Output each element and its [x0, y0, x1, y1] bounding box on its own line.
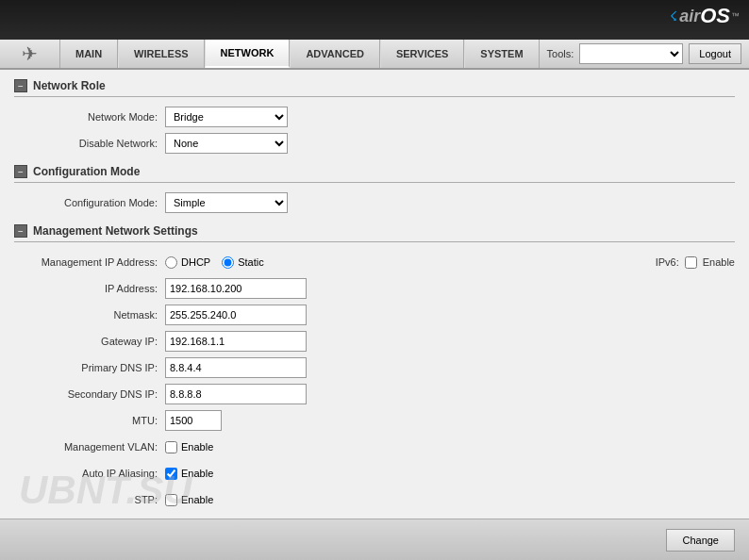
navbar: ✈ MAIN WIRELESS NETWORK ADVANCED SERVICE… — [0, 40, 749, 70]
network-mode-control: Bridge Router — [165, 107, 288, 127]
logout-button[interactable]: Logout — [689, 43, 741, 64]
network-role-title: Network Role — [33, 79, 106, 92]
tab-network[interactable]: NETWORK — [205, 40, 291, 68]
gateway-row: Gateway IP: — [14, 331, 735, 352]
mgmt-ip-row: Management IP Address: DHCP Static IPv6:… — [14, 252, 735, 272]
mtu-input[interactable] — [165, 410, 222, 431]
config-mode-label: Configuration Mode: — [14, 197, 165, 208]
stp-checkbox[interactable] — [165, 494, 177, 506]
mtu-row: MTU: — [14, 410, 735, 431]
nav-tools: Tools: Logout — [540, 40, 749, 68]
wifi-icon: ☇ — [670, 8, 677, 24]
config-mode-row: Configuration Mode: Simple Advanced — [14, 192, 735, 213]
disable-network-control: None All — [165, 133, 288, 154]
nav-brand-icon: ✈ — [22, 42, 38, 65]
tab-system[interactable]: SYSTEM — [464, 40, 539, 68]
auto-ip-row: Auto IP Aliasing: Enable — [14, 463, 735, 484]
network-mode-row: Network Mode: Bridge Router — [14, 107, 735, 127]
network-role-section: − Network Role Network Mode: Bridge Rout… — [14, 79, 735, 154]
main-content: − Network Role Network Mode: Bridge Rout… — [0, 70, 749, 560]
ip-address-control — [165, 278, 307, 299]
management-network-header: − Management Network Settings — [14, 224, 735, 242]
auto-ip-checkbox[interactable] — [165, 468, 177, 480]
secondary-dns-label: Secondary DNS IP: — [14, 388, 165, 400]
secondary-dns-control — [165, 384, 307, 404]
netmask-row: Netmask: — [14, 305, 735, 325]
header: ☇ airOS ™ — [0, 0, 749, 40]
config-mode-select[interactable]: Simple Advanced — [165, 192, 288, 213]
mgmt-ip-control: DHCP Static — [165, 256, 264, 269]
configuration-mode-title: Configuration Mode — [33, 165, 140, 178]
network-role-header: − Network Role — [14, 79, 735, 97]
mgmt-vlan-label: Management VLAN: — [14, 441, 165, 453]
stp-checkbox-label[interactable]: Enable — [165, 494, 213, 506]
tab-advanced[interactable]: ADVANCED — [290, 40, 380, 68]
network-mode-label: Network Mode: — [14, 111, 165, 123]
disable-network-row: Disable Network: None All — [14, 133, 735, 154]
stp-control: Enable — [165, 494, 213, 506]
configuration-mode-toggle[interactable]: − — [14, 165, 27, 178]
nav-tabs: MAIN WIRELESS NETWORK ADVANCED SERVICES … — [60, 40, 540, 68]
logo: ☇ airOS ™ — [670, 4, 740, 28]
secondary-dns-input[interactable] — [165, 384, 307, 404]
mgmt-ip-label: Management IP Address: — [14, 256, 165, 268]
mgmt-ip-radio-group: DHCP Static — [165, 256, 264, 269]
network-role-toggle[interactable]: − — [14, 79, 27, 92]
dhcp-radio[interactable] — [165, 256, 177, 269]
dhcp-radio-label[interactable]: DHCP — [165, 256, 210, 269]
gateway-input[interactable] — [165, 331, 307, 352]
primary-dns-input[interactable] — [165, 357, 307, 378]
logo-air: air — [679, 7, 700, 26]
nav-logo-area: ✈ — [0, 40, 60, 68]
static-radio[interactable] — [222, 256, 234, 269]
tab-services[interactable]: SERVICES — [380, 40, 464, 68]
configuration-mode-section: − Configuration Mode Configuration Mode:… — [14, 165, 735, 213]
dhcp-label: DHCP — [181, 256, 210, 268]
stp-enable-label: Enable — [181, 494, 213, 505]
auto-ip-control: Enable — [165, 468, 213, 480]
ip-address-label: IP Address: — [14, 283, 165, 294]
auto-ip-checkbox-label[interactable]: Enable — [165, 468, 213, 480]
mgmt-vlan-enable-label: Enable — [181, 441, 213, 453]
tools-select[interactable] — [579, 43, 683, 64]
bottom-bar: Change — [0, 519, 749, 560]
ipv6-label: IPv6: — [656, 256, 679, 268]
ip-address-row: IP Address: — [14, 278, 735, 299]
mtu-control — [165, 410, 222, 431]
disable-network-select[interactable]: None All — [165, 133, 288, 154]
ip-address-input[interactable] — [165, 278, 307, 299]
auto-ip-enable-label: Enable — [181, 468, 213, 479]
primary-dns-label: Primary DNS IP: — [14, 362, 165, 373]
primary-dns-control — [165, 357, 307, 378]
tools-label: Tools: — [547, 48, 574, 59]
stp-row: STP: Enable — [14, 489, 735, 510]
mgmt-vlan-checkbox[interactable] — [165, 441, 177, 453]
configuration-mode-header: − Configuration Mode — [14, 165, 735, 183]
auto-ip-label: Auto IP Aliasing: — [14, 468, 165, 479]
gateway-control — [165, 331, 307, 352]
gateway-label: Gateway IP: — [14, 336, 165, 347]
primary-dns-row: Primary DNS IP: — [14, 357, 735, 378]
management-network-section: − Management Network Settings Management… — [14, 224, 735, 510]
network-mode-select[interactable]: Bridge Router — [165, 107, 288, 127]
ipv6-checkbox[interactable] — [685, 256, 697, 269]
trademark: ™ — [731, 11, 740, 21]
netmask-label: Netmask: — [14, 309, 165, 321]
mgmt-vlan-checkbox-label[interactable]: Enable — [165, 441, 213, 453]
static-label: Static — [238, 256, 264, 268]
netmask-control — [165, 305, 307, 325]
secondary-dns-row: Secondary DNS IP: — [14, 384, 735, 404]
netmask-input[interactable] — [165, 305, 307, 325]
change-button[interactable]: Change — [666, 529, 735, 552]
config-mode-control: Simple Advanced — [165, 192, 288, 213]
management-network-title: Management Network Settings — [33, 224, 198, 238]
stp-label: STP: — [14, 494, 165, 505]
disable-network-label: Disable Network: — [14, 138, 165, 149]
ipv6-area: IPv6: Enable — [656, 256, 735, 269]
mtu-label: MTU: — [14, 415, 165, 426]
management-network-toggle[interactable]: − — [14, 224, 27, 238]
tab-wireless[interactable]: WIRELESS — [118, 40, 204, 68]
tab-main[interactable]: MAIN — [60, 40, 118, 68]
mgmt-vlan-control: Enable — [165, 441, 213, 453]
static-radio-label[interactable]: Static — [222, 256, 264, 269]
